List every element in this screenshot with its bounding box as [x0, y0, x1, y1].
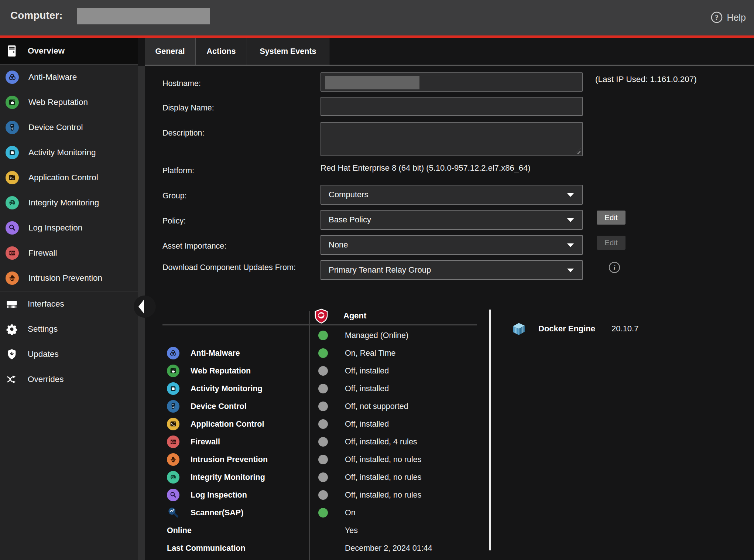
policy-edit-button[interactable]: Edit	[597, 211, 626, 225]
download-updates-label: Download Component Updates From:	[162, 259, 315, 276]
sidebar-item-intrusion-prevention[interactable]: Intrusion Prevention	[0, 266, 138, 291]
chevron-down-icon	[567, 218, 574, 222]
anti-malware-icon	[167, 347, 179, 359]
display-name-label: Display Name:	[162, 100, 315, 116]
help-button[interactable]: ? Help	[710, 11, 746, 24]
hostname-label: Hostname:	[162, 75, 315, 92]
module-label: Integrity Monitoring	[191, 473, 265, 482]
status-dot-green	[318, 508, 328, 518]
group-dropdown[interactable]: Computers	[321, 185, 583, 205]
integrity-monitoring-icon	[6, 196, 19, 209]
intrusion-prevention-icon	[6, 272, 19, 285]
tab-general[interactable]: General	[145, 38, 196, 65]
application-control-icon	[6, 171, 19, 184]
settings-icon	[6, 323, 18, 335]
policy-dropdown[interactable]: Base Policy	[321, 210, 583, 230]
computer-name-redacted	[77, 8, 210, 24]
module-cell: Scanner(SAP)	[162, 506, 309, 519]
status-text: Off, installed	[345, 366, 389, 376]
module-cell: Web Reputation	[162, 365, 309, 377]
status-text: Off, installed, no rules	[345, 473, 422, 482]
docker-engine-name: Docker Engine	[538, 324, 595, 334]
sidebar-item-label: Overview	[28, 46, 65, 56]
module-cell: Last Communication	[162, 544, 309, 553]
asset-importance-label: Asset Importance:	[162, 238, 315, 254]
tab-bar: GeneralActionsSystem Events	[145, 38, 329, 65]
sidebar-item-overrides[interactable]: Overrides	[0, 367, 138, 392]
integrity-monitoring-icon	[167, 471, 179, 484]
module-label: Online	[167, 526, 192, 535]
module-cell: Firewall	[162, 436, 309, 448]
status-text: Off, installed, no rules	[345, 455, 422, 464]
module-label: Last Communication	[167, 544, 246, 553]
accent-divider	[0, 35, 754, 38]
status-text: Off, installed	[345, 384, 389, 393]
module-cell: Log Inspection	[162, 489, 309, 501]
agent-status-cell: December 2, 2024 01:44	[309, 543, 477, 553]
scanner-sap-icon	[167, 506, 179, 519]
sidebar-item-label: Device Control	[28, 123, 83, 132]
web-reputation-icon	[167, 365, 179, 377]
module-label: Intrusion Prevention	[191, 455, 268, 464]
sidebar-collapse-button[interactable]	[134, 296, 156, 318]
policy-value: Base Policy	[329, 215, 371, 225]
module-cell: Activity Monitoring	[162, 382, 309, 395]
chevron-down-icon	[567, 269, 574, 272]
chevron-down-icon	[567, 193, 574, 197]
download-updates-dropdown[interactable]: Primary Tenant Relay Group	[321, 260, 583, 280]
info-icon[interactable]: i	[608, 261, 621, 274]
sidebar-item-log-inspection[interactable]: Log Inspection	[0, 215, 138, 240]
status-dot-green	[318, 348, 328, 358]
sidebar-item-web-reputation[interactable]: Web Reputation	[0, 90, 138, 115]
collapse-arrow-icon	[138, 300, 144, 314]
module-cell: Integrity Monitoring	[162, 471, 309, 484]
sidebar-item-interfaces[interactable]: Interfaces	[0, 291, 138, 317]
sidebar-item-label: Intrusion Prevention	[28, 273, 102, 283]
sidebar-item-integrity-monitoring[interactable]: Integrity Monitoring	[0, 190, 138, 215]
module-cell: Anti-Malware	[162, 347, 309, 359]
status-text: December 2, 2024 01:44	[345, 544, 432, 553]
status-table-row: Activity MonitoringOff, installed	[162, 380, 477, 397]
module-label: Firewall	[191, 437, 220, 447]
sidebar-item-activity-monitoring[interactable]: Activity Monitoring	[0, 140, 138, 165]
group-value: Computers	[329, 190, 369, 199]
agent-status-cell: Yes	[309, 526, 477, 535]
sidebar-item-updates[interactable]: Updates	[0, 342, 138, 367]
sidebar-item-application-control[interactable]: Application Control	[0, 165, 138, 190]
sidebar-item-label: Integrity Monitoring	[28, 198, 99, 208]
trend-micro-shield-icon	[314, 308, 328, 324]
status-text: Off, installed, 4 rules	[345, 437, 417, 447]
log-inspection-icon	[167, 489, 179, 501]
asset-importance-value: None	[329, 240, 348, 250]
sidebar-item-anti-malware[interactable]: Anti-Malware	[0, 65, 138, 90]
tab-actions[interactable]: Actions	[196, 38, 247, 65]
description-label: Description:	[162, 125, 315, 141]
display-name-input[interactable]	[321, 97, 583, 116]
sidebar-item-overview[interactable]: Overview	[0, 38, 138, 64]
status-table-row: Application ControlOff, installed	[162, 415, 477, 433]
activity-monitoring-icon	[6, 146, 19, 159]
device-control-icon	[6, 121, 19, 134]
asset-importance-dropdown[interactable]: None	[321, 235, 583, 255]
status-table-row: Managed (Online)	[162, 327, 477, 344]
module-cell: Application Control	[162, 418, 309, 430]
agent-column-header: Agent	[343, 311, 366, 321]
tab-label: System Events	[260, 47, 316, 56]
sidebar-item-firewall[interactable]: Firewall	[0, 240, 138, 266]
status-table-row: Intrusion PreventionOff, installed, no r…	[162, 451, 477, 468]
docker-container-icon	[510, 321, 527, 337]
sidebar-item-device-control[interactable]: Device Control	[0, 115, 138, 140]
help-label: Help	[727, 12, 746, 23]
overrides-icon	[6, 373, 18, 386]
status-dot-gray	[318, 419, 328, 429]
hostname-redacted-value	[325, 76, 419, 89]
status-table-row: Anti-MalwareOn, Real Time	[162, 344, 477, 362]
agent-status-cell: Off, not supported	[309, 402, 477, 411]
description-textarea[interactable]	[321, 122, 583, 156]
sidebar-item-settings[interactable]: Settings	[0, 317, 138, 342]
updates-icon	[6, 348, 18, 361]
chevron-down-icon	[567, 243, 574, 247]
status-dot-gray	[318, 490, 328, 500]
interfaces-icon	[6, 298, 18, 310]
tab-system-events[interactable]: System Events	[247, 38, 329, 65]
